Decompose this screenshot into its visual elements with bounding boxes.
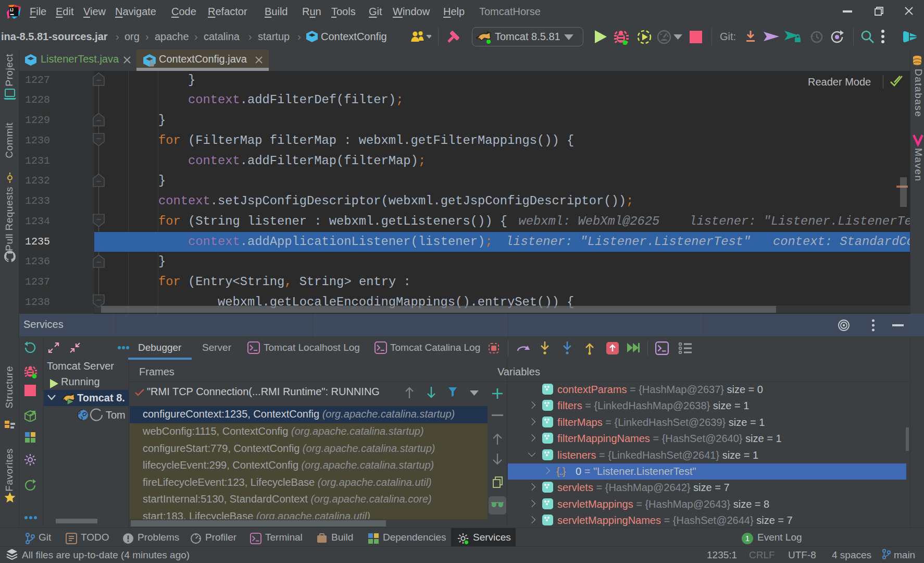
- svg-text:1: 1: [745, 534, 750, 543]
- svg-text:IJ: IJ: [10, 8, 14, 13]
